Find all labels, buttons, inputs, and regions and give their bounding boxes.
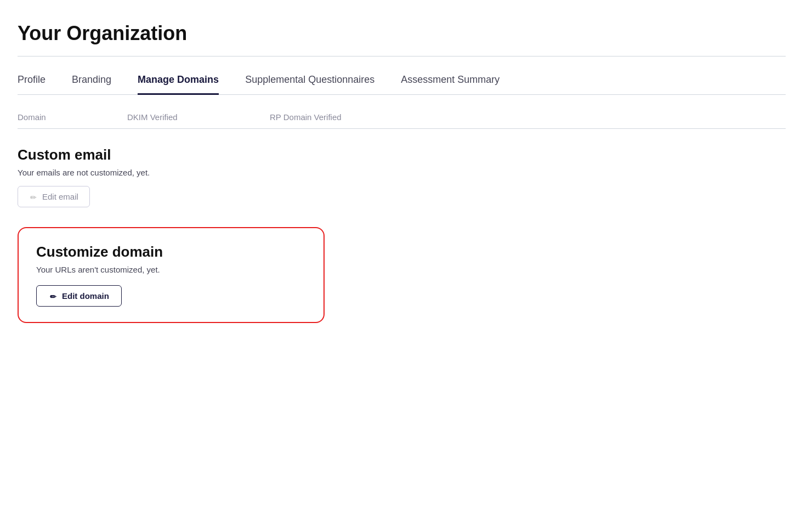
tab-manage-domains[interactable]: Manage Domains bbox=[138, 74, 219, 95]
edit-email-button[interactable]: Edit email bbox=[18, 186, 90, 207]
domain-table-header: Domain DKIM Verified RP Domain Verified bbox=[18, 112, 786, 129]
tab-branding[interactable]: Branding bbox=[72, 74, 111, 95]
page-title: Your Organization bbox=[18, 22, 786, 45]
tab-profile[interactable]: Profile bbox=[18, 74, 46, 95]
col-domain: Domain bbox=[18, 112, 127, 122]
edit-domain-label: Edit domain bbox=[62, 291, 109, 301]
custom-email-title: Custom email bbox=[18, 146, 786, 163]
customize-domain-title: Customize domain bbox=[36, 244, 306, 261]
tab-supplemental-questionnaires[interactable]: Supplemental Questionnaires bbox=[245, 74, 374, 95]
customize-domain-description: Your URLs aren't customized, yet. bbox=[36, 265, 306, 274]
custom-email-description: Your emails are not customized, yet. bbox=[18, 168, 786, 177]
custom-email-section: Custom email Your emails are not customi… bbox=[18, 146, 786, 207]
col-dkim: DKIM Verified bbox=[127, 112, 270, 122]
customize-domain-card: Customize domain Your URLs aren't custom… bbox=[18, 227, 325, 323]
col-rp-domain: RP Domain Verified bbox=[270, 112, 786, 122]
edit-domain-icon bbox=[49, 292, 58, 301]
edit-email-icon bbox=[29, 193, 38, 201]
edit-domain-button[interactable]: Edit domain bbox=[36, 285, 122, 307]
page-container: Your Organization Profile Branding Manag… bbox=[0, 0, 812, 345]
page-divider bbox=[18, 56, 786, 56]
edit-email-label: Edit email bbox=[42, 192, 78, 201]
tabs-nav: Profile Branding Manage Domains Suppleme… bbox=[18, 74, 786, 95]
tab-assessment-summary[interactable]: Assessment Summary bbox=[401, 74, 499, 95]
